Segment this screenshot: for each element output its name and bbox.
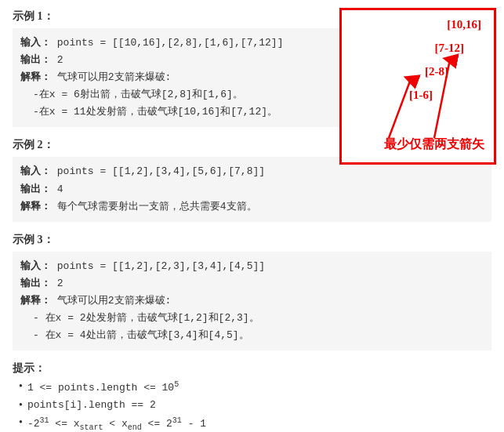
example3-section: 示例 3： 输入： points = [[1,2],[2,3],[3,4],[4…	[13, 233, 491, 350]
hint-text-2: points[i].length == 2	[27, 399, 156, 411]
example3-input-label: 输入：	[20, 260, 51, 272]
hint-bullet-1: •	[19, 380, 23, 393]
hint-text-3: -231 <= xstart < xend <= 231 - 1	[27, 416, 206, 432]
example2-output-line: 输出： 4	[20, 181, 484, 198]
example1-input-label: 输入：	[20, 37, 51, 49]
hint-text-1: 1 <= points.length <= 105	[27, 380, 179, 394]
example3-explanation-line2: - 在x = 4处出箭，击破气球[3,4]和[4,5]。	[33, 327, 484, 344]
hint-item-3: • -231 <= xstart < xend <= 231 - 1	[19, 416, 491, 432]
example3-explanation-label-line: 解释： 气球可以用2支箭来爆破:	[20, 292, 484, 310]
hints-title: 提示：	[13, 361, 491, 376]
example2-explanation-label: 解释：	[20, 201, 51, 212]
example2-explanation-line: 解释： 每个气球需要射出一支箭，总共需要4支箭。	[20, 198, 484, 216]
example3-block: 输入： points = [[1,2],[2,3],[3,4],[4,5]] 输…	[13, 252, 491, 350]
diagram-arrow	[348, 16, 488, 156]
hint-item-2: • points[i].length == 2	[19, 399, 491, 412]
example3-output-line: 输出： 2	[20, 275, 484, 292]
diagram-inner: [10,16] [7-12] [2-8] [1-6] 最少仅需两支箭矢	[348, 16, 488, 156]
hint-bullet-3: •	[19, 416, 23, 429]
example1-output-label: 输出：	[20, 54, 51, 66]
diagram-box: [10,16] [7-12] [2-8] [1-6] 最少仅需两支箭矢	[339, 8, 496, 165]
example1-explanation-label: 解释：	[20, 71, 51, 83]
example3-output-label: 输出：	[20, 278, 51, 289]
example3-input-value: points = [[1,2],[2,3],[3,4],[4,5]]	[57, 260, 265, 272]
example2-input-value: points = [[1,2],[3,4],[5,6],[7,8]]	[57, 165, 265, 177]
example2-explanation-line0: 每个气球需要射出一支箭，总共需要4支箭。	[57, 201, 257, 212]
example2-input-line: 输入： points = [[1,2],[3,4],[5,6],[7,8]]	[20, 163, 484, 180]
example2-block: 输入： points = [[1,2],[3,4],[5,6],[7,8]] 输…	[13, 157, 491, 221]
example3-input-line: 输入： points = [[1,2],[2,3],[3,4],[4,5]]	[20, 258, 484, 275]
example3-output-value: 2	[57, 278, 63, 289]
example1-output-value: 2	[57, 54, 63, 66]
svg-line-1	[434, 60, 450, 138]
example3-explanation-line0: 气球可以用2支箭来爆破:	[57, 295, 172, 307]
example2-output-value: 4	[57, 183, 63, 195]
example3-explanation-line1: - 在x = 2处发射箭，击破气球[1,2]和[2,3]。	[33, 310, 484, 327]
example2-input-label: 输入：	[20, 165, 51, 177]
hint-item-1: • 1 <= points.length <= 105	[19, 380, 491, 394]
example3-title: 示例 3：	[13, 233, 491, 247]
example3-explanation-label: 解释：	[20, 295, 51, 307]
hints-section: 提示： • 1 <= points.length <= 105 • points…	[13, 361, 491, 431]
example1-explanation-line0: 气球可以用2支箭来爆破:	[57, 71, 172, 83]
diagram-bottom-text: 最少仅需两支箭矢	[384, 136, 484, 153]
hint-bullet-2: •	[19, 399, 23, 412]
example1-input-value: points = [[10,16],[2,8],[1,6],[7,12]]	[57, 37, 284, 49]
svg-line-0	[389, 79, 411, 138]
example2-output-label: 输出：	[20, 183, 51, 195]
